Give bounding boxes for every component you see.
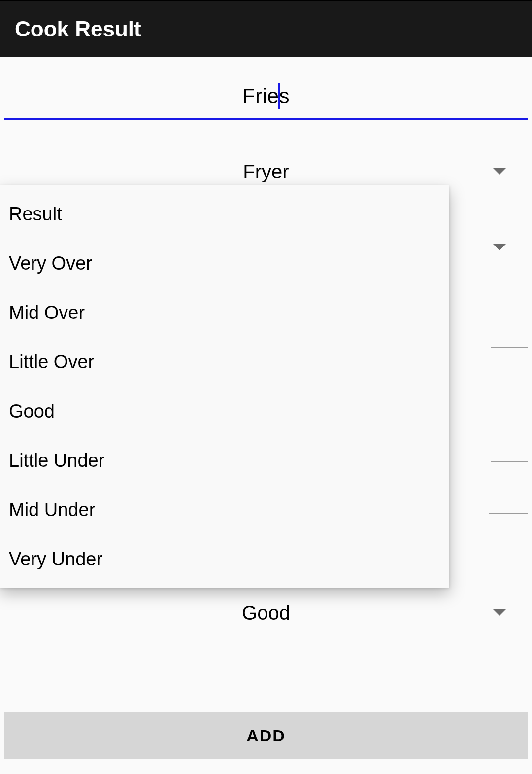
cook-method-value: Fryer [243,161,289,183]
chevron-down-icon [493,168,506,175]
food-name-input[interactable]: Fries [4,61,528,120]
dropdown-option-very-over[interactable]: Very Over [0,239,449,288]
page-title: Cook Result [15,17,141,41]
result-dropdown-menu: Result Very Over Mid Over Little Over Go… [0,185,449,588]
chevron-down-icon [493,244,506,251]
text-cursor [278,83,280,109]
field-underline [491,461,528,462]
food-name-value: Fries [4,84,528,118]
result-select[interactable]: Good [4,591,528,635]
dropdown-option-very-under[interactable]: Very Under [0,534,449,584]
dropdown-option-header[interactable]: Result [0,189,449,239]
dropdown-option-mid-under[interactable]: Mid Under [0,485,449,534]
result-value: Good [242,602,290,624]
form-content: Fries Fryer [0,57,532,194]
field-underline [489,513,528,514]
app-bar: Cook Result [0,1,532,57]
dropdown-option-little-over[interactable]: Little Over [0,337,449,387]
chevron-down-icon [493,609,506,616]
dropdown-option-good[interactable]: Good [0,387,449,436]
dropdown-option-mid-over[interactable]: Mid Over [0,288,449,337]
dropdown-option-little-under[interactable]: Little Under [0,436,449,485]
field-underline [491,347,528,348]
add-button[interactable]: ADD [4,712,528,759]
